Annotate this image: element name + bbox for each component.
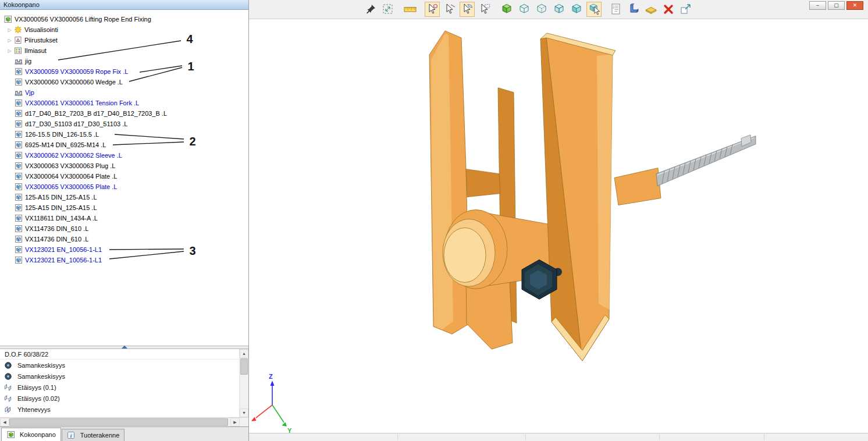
part-icon [14,120,23,128]
maximize-glyph: ▢ [834,3,839,8]
tree-item[interactable]: VX3000063 VX3000063 Plug .L [0,161,248,171]
fit-view-icon [381,2,395,16]
tree-item[interactable]: ▷Ilmiasut [0,45,248,56]
ruler-button[interactable] [403,2,418,17]
select-box-icon [478,2,492,16]
tree-item[interactable]: VX3000060 VX3000060 Wedge .L [0,77,248,87]
expander-icon[interactable]: ▷ [6,27,13,33]
tree-item[interactable]: ▷Piirustukset [0,35,248,45]
tab-tuoterakenne[interactable]: iTuoterakenne [62,429,124,441]
constraints-panel: D.O.F 60/38/22 SamankeskisyysSamankeskis… [0,349,248,417]
delete-button[interactable] [661,2,676,17]
3d-model-canvas[interactable]: Z Y [249,19,868,433]
new-part-icon [500,2,514,16]
export-button[interactable] [678,2,693,17]
part-icon [14,246,23,254]
scroll-right-arrow[interactable]: ▶ [230,418,240,426]
constraint-item[interactable]: Samankeskisyys [0,360,238,371]
scroll-left-arrow[interactable]: ◀ [0,418,9,426]
tree-item[interactable]: 126-15.5 DIN_126-15.5 .L [0,129,248,140]
pin-button[interactable] [363,2,378,17]
fit-view-button[interactable] [380,2,396,17]
splitter-handle[interactable] [122,346,127,348]
assembly-tab-icon [6,431,15,439]
maximize-button[interactable]: ▢ [828,1,845,10]
close-button[interactable]: ✕ [846,1,863,10]
wedge-part[interactable] [466,169,500,197]
tree-item-label: VX3000060 VX3000060 Wedge .L [25,79,123,86]
assembly-tree[interactable]: VX3000056 VX3000056 Lifting Rope End Fix… [0,10,248,346]
tree-item[interactable]: d17_D30_51103 d17_D30_51103 .L [0,119,248,129]
plate-button[interactable] [643,2,659,17]
tree-item[interactable]: VX114736 DIN_610 .L [0,223,248,234]
shaded-cube-icon [570,2,584,16]
constraint-label: Yhtenevyys [17,406,51,413]
coincident-icon [3,406,12,414]
tab-kokoonpano[interactable]: Kokoonpano [1,428,61,441]
tree-item-label: 125-A15 DIN_125-A15 .L [25,204,97,211]
constraint-item[interactable]: Samankeskisyys [0,371,238,382]
constraint-item[interactable]: Yhtenevyys [0,404,238,415]
select-box-button[interactable] [477,2,492,17]
new-part-button[interactable] [499,2,514,17]
profile-button[interactable] [626,2,641,17]
scroll-down-arrow[interactable]: ▼ [240,408,248,417]
tree-item[interactable]: VX3000064 VX3000064 Plate .L [0,171,248,182]
3d-viewport[interactable]: Z Y [249,19,868,433]
tree-item[interactable]: ▷Visualisointi [0,24,248,35]
tree-item[interactable]: VX123021 EN_10056-1-L1 [0,244,248,255]
tree-item-label: Piirustukset [24,37,58,44]
tree-item[interactable]: jig [0,56,248,66]
part-icon [14,235,23,243]
tree-item[interactable]: 125-A15 DIN_125-A15 .L [0,202,248,213]
select-face-button[interactable] [460,2,475,17]
plate-icon [644,2,658,16]
angle-profile-part[interactable] [540,33,616,361]
select-point-button[interactable] [425,2,440,17]
feature-list-button[interactable] [609,2,624,17]
shaded-cube-button[interactable] [569,2,584,17]
threaded-rod-part[interactable] [614,135,756,205]
part-icon [14,225,23,233]
expander-icon[interactable]: ▷ [6,48,13,54]
tree-item[interactable]: VX3000059 VX3000059 Rope Fix .L [0,66,248,77]
hidden-line-cube-button[interactable] [534,2,549,17]
constraint-item[interactable]: Etäisyys (0.02) [0,393,238,404]
tree-item-label: d17_D30_51103 d17_D30_51103 .L [25,120,127,127]
expander-icon[interactable]: ▷ [6,38,13,43]
tree-root-item[interactable]: VX3000056 VX3000056 Lifting Rope End Fix… [0,14,248,24]
statusbar-separator [764,434,764,440]
tree-item[interactable]: VX3000061 VX3000061 Tension Fork .L [0,98,248,108]
tree-item-label: VX3000064 VX3000064 Plate .L [25,173,117,180]
tree-item[interactable]: VX3000062 VX3000062 Sleeve .L [0,150,248,161]
scroll-up-arrow[interactable]: ▲ [240,349,248,358]
tree-item[interactable]: VX3000065 VX3000065 Plate .L [0,182,248,192]
scrollbar-thumb[interactable] [240,358,248,375]
select-part-button[interactable] [586,2,602,17]
wireframe-cube-button[interactable] [517,2,532,17]
tree-item-label: 6925-M14 DIN_6925-M14 .L [25,141,106,148]
horizontal-scrollbar[interactable]: ◀ ▶ [0,417,248,426]
ghost-cube-button[interactable] [552,2,567,17]
select-edge-button[interactable] [442,2,457,17]
tree-item[interactable]: d17_D40_B12_7203_B d17_D40_B12_7203_B .L [0,108,248,119]
constraint-item[interactable]: Etäisyys (0.1) [0,382,238,393]
part-icon [14,204,23,212]
part-icon [14,109,23,118]
tree-item[interactable]: VX118611 DIN_1434-A .L [0,213,248,223]
tree-item[interactable]: 6925-M14 DIN_6925-M14 .L [0,140,248,150]
tree-item[interactable]: Vjp [0,87,248,98]
z-axis-arrow [271,380,275,386]
tree-item[interactable]: 125-A15 DIN_125-A15 .L [0,192,248,202]
minimize-button[interactable]: – [809,1,826,10]
fixture-icon [14,88,23,97]
scrollbar-thumb[interactable] [9,418,228,426]
tree-item[interactable]: VX114736 DIN_610 .L [0,234,248,244]
y-axis-label: Y [287,427,292,433]
dof-header: D.O.F 60/38/22 [0,349,248,360]
part-icon [14,172,23,180]
constraints-scrollbar[interactable]: ▲ ▼ [239,349,248,417]
tree-item[interactable]: VX123021 EN_10056-1-L1 [0,255,248,265]
distance-icon [3,383,12,392]
delete-icon [661,2,675,16]
